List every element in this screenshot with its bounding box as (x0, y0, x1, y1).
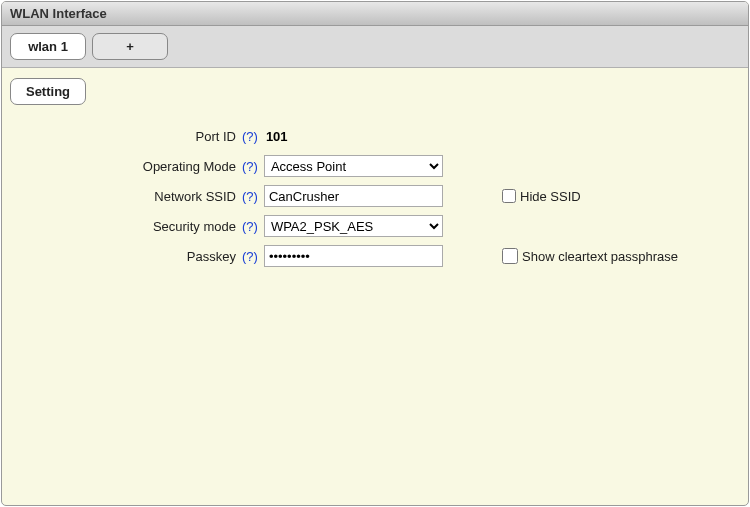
wlan-interface-panel: WLAN Interface wlan 1 + Setting Port ID … (1, 1, 749, 506)
label-show-cleartext: Show cleartext passphrase (522, 249, 678, 264)
label-port-id: Port ID (2, 129, 240, 144)
label-network-ssid: Network SSID (2, 189, 240, 204)
select-operating-mode[interactable]: Access Point (264, 155, 443, 177)
tab-setting[interactable]: Setting (10, 78, 86, 105)
select-security-mode[interactable]: WPA2_PSK_AES (264, 215, 443, 237)
settings-form: Port ID (?) 101 Operating Mode (?) Acces… (2, 111, 748, 271)
tab-wlan1[interactable]: wlan 1 (10, 33, 86, 60)
row-operating-mode: Operating Mode (?) Access Point (2, 151, 748, 181)
help-icon[interactable]: (?) (240, 189, 264, 204)
label-passkey: Passkey (2, 249, 240, 264)
row-port-id: Port ID (?) 101 (2, 121, 748, 151)
row-security-mode: Security mode (?) WPA2_PSK_AES (2, 211, 748, 241)
label-operating-mode: Operating Mode (2, 159, 240, 174)
tab-bar: wlan 1 + (2, 26, 748, 68)
help-icon[interactable]: (?) (240, 159, 264, 174)
sub-tab-bar: Setting (2, 68, 748, 111)
help-icon[interactable]: (?) (240, 249, 264, 264)
input-passkey[interactable] (264, 245, 443, 267)
row-passkey: Passkey (?) Show cleartext passphrase (2, 241, 748, 271)
help-icon[interactable]: (?) (240, 219, 264, 234)
label-security-mode: Security mode (2, 219, 240, 234)
tab-add[interactable]: + (92, 33, 168, 60)
checkbox-hide-ssid[interactable] (502, 189, 516, 203)
input-network-ssid[interactable] (264, 185, 443, 207)
title-bar: WLAN Interface (2, 2, 748, 26)
help-icon[interactable]: (?) (240, 129, 264, 144)
panel-title: WLAN Interface (10, 6, 107, 21)
value-port-id: 101 (264, 129, 288, 144)
checkbox-show-cleartext[interactable] (502, 248, 518, 264)
label-hide-ssid: Hide SSID (520, 189, 581, 204)
row-network-ssid: Network SSID (?) Hide SSID (2, 181, 748, 211)
